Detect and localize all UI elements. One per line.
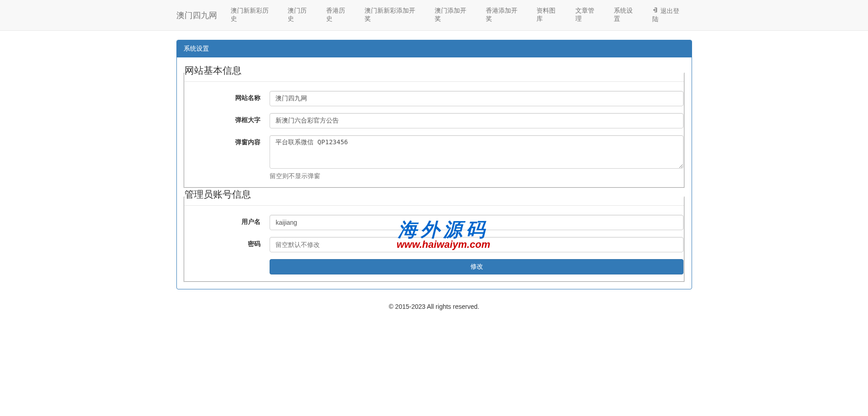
- site-name-input[interactable]: [270, 91, 683, 106]
- nav-item-article-manage[interactable]: 文章管理: [569, 0, 607, 30]
- nav-item-macau-history[interactable]: 澳门历史: [281, 0, 319, 30]
- submit-button[interactable]: 修改: [270, 259, 683, 274]
- nav-item-macau-xinxin-add-draw[interactable]: 澳门新新彩添加开奖: [358, 0, 427, 30]
- popup-content-help: 留空则不显示弹窗: [270, 172, 683, 180]
- section-admin-account-legend: 管理员账号信息: [185, 188, 684, 206]
- password-label: 密码: [185, 237, 268, 248]
- submit-spacer: [185, 259, 268, 262]
- popup-title-label: 弹框大字: [185, 113, 268, 124]
- password-input[interactable]: [270, 237, 683, 252]
- nav-menu: 澳门新新彩历史 澳门历史 香港历史 澳门新新彩添加开奖 澳门添加开奖 香港添加开…: [224, 0, 692, 30]
- navbar: 澳门四九网 澳门新新彩历史 澳门历史 香港历史 澳门新新彩添加开奖 澳门添加开奖…: [0, 0, 868, 31]
- popup-title-input[interactable]: [270, 113, 683, 128]
- settings-panel: 系统设置 网站基本信息 网站名称 弹框大字: [176, 40, 692, 289]
- nav-item-data-gallery[interactable]: 资料图库: [530, 0, 568, 30]
- section-site-info-legend: 网站基本信息: [185, 64, 684, 82]
- nav-item-logout[interactable]: 退出登陆: [645, 0, 692, 30]
- username-input[interactable]: [270, 215, 683, 230]
- nav-item-hk-history[interactable]: 香港历史: [319, 0, 358, 30]
- nav-item-macau-add-draw[interactable]: 澳门添加开奖: [428, 0, 479, 30]
- settings-form: 网站基本信息 网站名称 弹框大字 弹窗内容: [184, 64, 685, 282]
- popup-content-label: 弹窗内容: [185, 135, 268, 147]
- popup-content-textarea[interactable]: 平台联系微信 QP123456: [270, 135, 683, 169]
- footer-copyright: © 2015-2023 All rights reserved.: [176, 298, 692, 315]
- nav-item-hk-add-draw[interactable]: 香港添加开奖: [479, 0, 530, 30]
- site-name-label: 网站名称: [185, 91, 268, 102]
- panel-heading: 系统设置: [177, 40, 692, 57]
- logout-icon: [652, 7, 659, 13]
- navbar-brand[interactable]: 澳门四九网: [176, 3, 224, 28]
- nav-item-macau-xinxin-history[interactable]: 澳门新新彩历史: [224, 0, 281, 30]
- nav-item-system-settings[interactable]: 系统设置: [607, 0, 645, 30]
- username-label: 用户名: [185, 215, 268, 226]
